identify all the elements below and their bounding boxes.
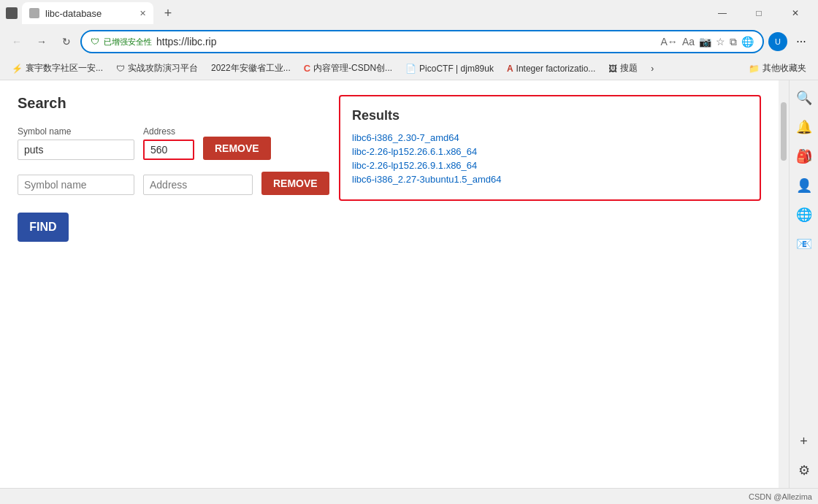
form-row-1: Symbol name Address REMOVE: [18, 126, 324, 160]
browser-tab[interactable]: libc-database ✕: [22, 2, 153, 24]
maximize-button[interactable]: □: [742, 2, 776, 24]
bookmark-icon-5: 📄: [405, 64, 416, 74]
bookmark-label-7: 搜题: [620, 62, 638, 75]
remove-button-2[interactable]: REMOVE: [261, 172, 329, 195]
main-layout: Search Symbol name Address REMOVE: [18, 95, 761, 475]
edge-icon[interactable]: 🌐: [741, 36, 754, 47]
address-input-2[interactable]: [143, 175, 253, 195]
collections-icon[interactable]: ⧉: [730, 36, 737, 48]
bottom-bar: CSDN @Allezima: [0, 488, 818, 504]
new-tab-button[interactable]: +: [158, 3, 178, 23]
sidebar-notification-icon[interactable]: 🔔: [792, 115, 816, 139]
bookmark-item-5[interactable]: 📄 PicoCTF | djm89uk: [400, 60, 500, 77]
close-button[interactable]: ✕: [779, 2, 812, 24]
browser-logo: [6, 7, 18, 19]
results-panel: Results libc6-i386_2.30-7_amd64 libc-2.2…: [339, 95, 761, 201]
address-icons: A↔ Aa 📷 ☆ ⧉ 🌐: [661, 36, 754, 48]
address-group-1: Address: [143, 126, 194, 160]
symbol-label-1: Symbol name: [18, 126, 134, 137]
result-link-3[interactable]: libc-2.26-lp152.26.9.1.x86_64: [352, 160, 748, 171]
security-icon: 🛡: [91, 37, 99, 47]
url-text[interactable]: https://libc.rip: [156, 36, 657, 47]
security-badge: 已增强安全性: [104, 37, 152, 47]
bookmark-label-5: PicoCTF | djm89uk: [419, 64, 494, 74]
page-content: Search Symbol name Address REMOVE: [0, 80, 779, 488]
more-options-button[interactable]: ···: [790, 31, 812, 53]
bookmark-label-1: 寰宇数字社区一安...: [26, 62, 103, 75]
results-title: Results: [352, 108, 748, 123]
form-row-2: REMOVE: [18, 172, 324, 195]
right-sidebar: 🔍 🔔 🎒 👤 🌐 📧 + ⚙: [789, 80, 818, 488]
bookmark-label-3: 2022年安徽省工业...: [211, 62, 291, 75]
title-bar: libc-database ✕ + — □ ✕: [0, 0, 818, 26]
symbol-group-1: Symbol name: [18, 126, 134, 160]
result-link-2[interactable]: libc-2.26-lp152.26.6.1.x86_64: [352, 146, 748, 157]
other-bookmarks-label: 其他收藏夹: [762, 62, 806, 75]
bookmark-label-6: Integer factorizatio...: [516, 64, 596, 74]
result-link-4[interactable]: libc6-i386_2.27-3ubuntu1.5_amd64: [352, 174, 748, 185]
tab-favicon: [29, 8, 39, 18]
translate-icon[interactable]: A↔: [661, 36, 678, 47]
sidebar-collections-icon[interactable]: 🎒: [792, 145, 816, 168]
remove-button-1[interactable]: REMOVE: [203, 137, 271, 160]
bookmark-icon-6: A: [507, 64, 513, 74]
address-input-1[interactable]: [143, 140, 194, 160]
folder-icon: 📁: [749, 64, 760, 74]
search-title: Search: [18, 95, 324, 112]
camera-icon[interactable]: 📷: [699, 36, 711, 47]
result-link-1[interactable]: libc6-i386_2.30-7_amd64: [352, 132, 748, 143]
window-controls: — □ ✕: [706, 2, 812, 24]
tab-title: libc-database: [45, 8, 102, 19]
nav-bar: ← → ↻ 🛡 已增强安全性 https://libc.rip A↔ Aa 📷 …: [0, 26, 818, 57]
browser-frame: libc-database ✕ + — □ ✕ ← → ↻ 🛡 已增强安全性 h…: [0, 0, 818, 504]
bookmark-icon-2: 🛡: [116, 64, 125, 74]
scroll-thumb[interactable]: [781, 102, 787, 161]
sidebar-outlook-icon[interactable]: 📧: [792, 232, 816, 256]
profile-button[interactable]: U: [767, 31, 789, 53]
find-button[interactable]: FIND: [18, 213, 69, 242]
sidebar-settings-icon[interactable]: ⚙: [792, 459, 816, 482]
sidebar-add-icon[interactable]: +: [792, 429, 816, 453]
symbol-input-2[interactable]: [18, 175, 134, 195]
bookmark-folder-area: 📁 其他收藏夹: [743, 60, 812, 77]
bookmark-item-2[interactable]: 🛡 实战攻防演习平台: [110, 60, 204, 77]
bookmark-icon-7: 🖼: [608, 64, 617, 74]
favorites-icon[interactable]: ☆: [716, 36, 725, 47]
bookmark-more-button[interactable]: ›: [645, 60, 660, 77]
sidebar-profile-icon[interactable]: 👤: [792, 174, 816, 197]
bookmark-item-6[interactable]: A Integer factorizatio...: [501, 60, 601, 77]
bookmark-item-4[interactable]: C 内容管理-CSDN创...: [298, 60, 398, 77]
bookmark-item-7[interactable]: 🖼 搜题: [603, 60, 643, 77]
footer-label: CSDN @Allezima: [749, 492, 812, 501]
forward-button[interactable]: →: [31, 31, 53, 53]
search-panel: Search Symbol name Address REMOVE: [18, 95, 324, 475]
bookmark-item-1[interactable]: ⚡ 寰宇数字社区一安...: [6, 60, 109, 77]
address-bar[interactable]: 🛡 已增强安全性 https://libc.rip A↔ Aa 📷 ☆ ⧉ 🌐: [80, 30, 764, 53]
bookmarks-bar: ⚡ 寰宇数字社区一安... 🛡 实战攻防演习平台 2022年安徽省工业... C…: [0, 57, 818, 80]
minimize-button[interactable]: —: [706, 2, 739, 24]
read-icon[interactable]: Aa: [682, 36, 695, 47]
bookmark-item-3[interactable]: 2022年安徽省工业...: [205, 60, 297, 77]
sidebar-edge-icon[interactable]: 🌐: [792, 203, 816, 226]
tab-close-button[interactable]: ✕: [139, 9, 146, 18]
page-area: Search Symbol name Address REMOVE: [0, 80, 818, 488]
back-button[interactable]: ←: [6, 31, 28, 53]
bookmark-icon-1: ⚡: [12, 64, 23, 74]
symbol-group-2: [18, 175, 134, 195]
title-bar-left: libc-database ✕ +: [6, 2, 178, 24]
address-label-1: Address: [143, 126, 194, 137]
address-group-2: [143, 175, 253, 195]
bookmark-icon-4: C: [304, 63, 310, 74]
user-avatar: U: [768, 32, 787, 51]
symbol-input-1[interactable]: [18, 140, 134, 160]
other-bookmarks[interactable]: 📁 其他收藏夹: [743, 60, 812, 77]
refresh-button[interactable]: ↻: [56, 31, 77, 53]
scrollbar[interactable]: [779, 80, 789, 488]
bookmark-label-4: 内容管理-CSDN创...: [313, 62, 392, 75]
sidebar-search-icon[interactable]: 🔍: [792, 86, 816, 110]
bookmark-label-2: 实战攻防演习平台: [128, 62, 198, 75]
nav-right-area: U ···: [767, 31, 812, 53]
